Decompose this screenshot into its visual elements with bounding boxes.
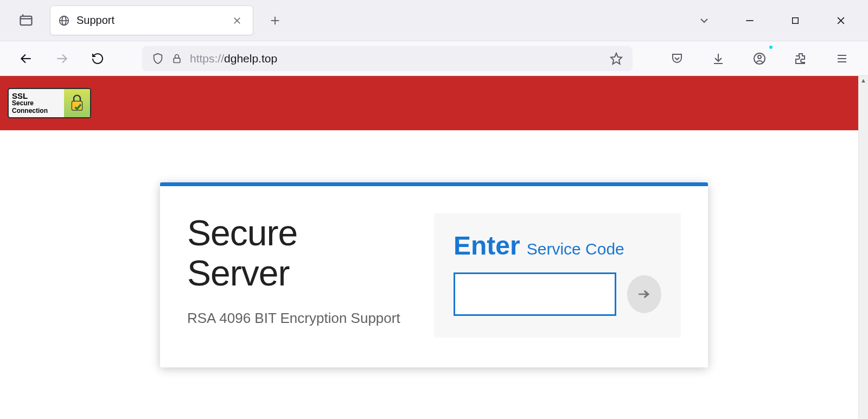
tab-strip: Support bbox=[0, 0, 868, 41]
enter-label-bold: Enter bbox=[454, 231, 520, 261]
lock-icon[interactable] bbox=[171, 53, 182, 64]
url-domain: dghelp.top bbox=[224, 52, 277, 65]
toolbar-right bbox=[664, 46, 855, 72]
content-stage: Secure Server RSA 4096 BIT Encryption Su… bbox=[0, 130, 868, 367]
forward-button[interactable] bbox=[49, 46, 75, 72]
ssl-badge-line2: Secure bbox=[12, 100, 61, 107]
ssl-badge: SSL Secure Connection bbox=[8, 88, 91, 118]
ssl-badge-line1: SSL bbox=[12, 92, 61, 100]
vertical-scrollbar[interactable]: ▲ bbox=[858, 76, 868, 419]
page-viewport: ▲ SSL Secure Connection Secure Server RS… bbox=[0, 76, 868, 419]
browser-tab[interactable]: Support bbox=[50, 5, 253, 35]
svg-rect-11 bbox=[793, 17, 799, 23]
page-title-line2: Server bbox=[187, 253, 289, 293]
tabstrip-right bbox=[692, 14, 868, 27]
svg-marker-17 bbox=[611, 53, 622, 64]
back-button[interactable] bbox=[13, 46, 39, 72]
code-input-row bbox=[454, 272, 661, 316]
svg-rect-16 bbox=[174, 58, 180, 62]
ssl-badge-lock-icon bbox=[64, 89, 90, 117]
list-all-tabs-button[interactable] bbox=[692, 14, 716, 27]
globe-icon bbox=[58, 15, 70, 27]
pocket-icon[interactable] bbox=[664, 46, 690, 72]
window-close-button[interactable] bbox=[829, 15, 853, 26]
extensions-icon[interactable] bbox=[788, 46, 814, 72]
nav-toolbar: https://dghelp.top bbox=[0, 41, 868, 76]
window-maximize-button[interactable] bbox=[783, 16, 807, 26]
scroll-up-arrow-icon[interactable]: ▲ bbox=[859, 77, 868, 84]
page-header-bar: SSL Secure Connection bbox=[0, 76, 868, 130]
app-menu-icon[interactable] bbox=[829, 46, 855, 72]
window-minimize-button[interactable] bbox=[738, 15, 762, 26]
url-text: https://dghelp.top bbox=[190, 52, 277, 65]
shield-icon[interactable] bbox=[152, 53, 164, 65]
ssl-badge-line3: Connection bbox=[12, 107, 61, 115]
close-tab-button[interactable] bbox=[229, 14, 245, 28]
account-icon[interactable] bbox=[746, 46, 773, 72]
new-tab-button[interactable] bbox=[264, 15, 286, 27]
reload-button[interactable] bbox=[85, 46, 111, 72]
url-bar[interactable]: https://dghelp.top bbox=[142, 46, 633, 71]
tab-title: Support bbox=[76, 14, 222, 27]
enter-label: Enter Service Code bbox=[454, 231, 661, 261]
page-title-line1: Secure bbox=[187, 213, 297, 253]
recent-activity-icon[interactable] bbox=[13, 13, 39, 28]
ssl-badge-text: SSL Secure Connection bbox=[9, 91, 64, 115]
page-title: Secure Server bbox=[187, 213, 418, 294]
card-left: Secure Server RSA 4096 BIT Encryption Su… bbox=[187, 213, 418, 338]
enter-label-rest: Service Code bbox=[527, 240, 624, 258]
svg-rect-0 bbox=[21, 16, 32, 24]
notification-dot-icon bbox=[768, 45, 774, 50]
submit-button[interactable] bbox=[627, 275, 661, 313]
arrow-right-icon bbox=[636, 285, 653, 303]
page-subtitle: RSA 4096 BIT Encryption Support bbox=[187, 310, 418, 327]
url-scheme: https:// bbox=[190, 52, 224, 65]
downloads-icon[interactable] bbox=[705, 46, 731, 72]
svg-point-21 bbox=[758, 55, 761, 59]
bookmark-star-icon[interactable] bbox=[610, 52, 623, 65]
main-card: Secure Server RSA 4096 BIT Encryption Su… bbox=[160, 182, 708, 367]
service-code-input[interactable] bbox=[454, 272, 616, 316]
service-code-panel: Enter Service Code bbox=[434, 213, 681, 338]
